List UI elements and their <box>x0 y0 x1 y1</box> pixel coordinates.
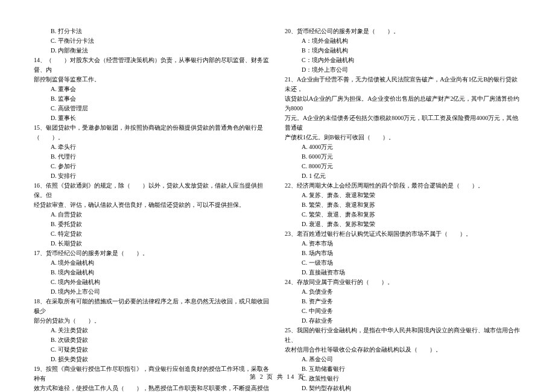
option: D. 董事长 <box>51 113 270 123</box>
stem-line: 22、经济周期大体上会经历周期性的四个阶段，最符合逻辑的是（ ）。 <box>285 181 521 191</box>
question-options: A. 关注类贷款B. 次级类贷款C. 可疑类贷款D. 损失类贷款 <box>34 326 270 364</box>
option: B：境内金融机构 <box>302 46 521 55</box>
stem-line: 15、银团贷款中，受邀参加银团，并按照协商确定的份额提供贷款的普通角色的银行是 <box>34 123 270 133</box>
option: D. 直接融资市场 <box>302 268 521 277</box>
option: D：境外上市公司 <box>302 65 521 75</box>
question-options: A. 自营贷款B. 委托贷款C. 特定贷款D. 长期贷款 <box>34 210 270 248</box>
question-stem: 20、货币经纪公司的服务对象是（ ）。 <box>285 27 521 36</box>
stem-line: 产债权1亿元。则B银行可收回（ ）。 <box>285 133 521 142</box>
option: C. 境内外金融机构 <box>51 277 270 287</box>
option: B. 次级类贷款 <box>51 335 270 345</box>
option: D. 长期贷款 <box>51 239 270 248</box>
option: D. 存款业务 <box>302 316 521 326</box>
option: D. 契约型存款机构 <box>302 384 521 392</box>
option: B. 监事会 <box>51 94 270 104</box>
option: C. 中间业务 <box>302 306 521 316</box>
option: C. 繁荣、衰退、萧条和复苏 <box>302 210 521 220</box>
stem-line: 农村信用合作社等吸收公众存款的金融机构以及（ ）。 <box>285 345 521 355</box>
question-options: A. 董事会B. 监事会C. 高级管理层D. 董事长 <box>34 84 270 123</box>
document-page: B. 打分卡法C. 平衡计分卡法D. 内部衡量法14、（ ）对股东大会（经营管理… <box>0 0 555 392</box>
stem-line: 部控制监督等监察工作。 <box>34 75 270 84</box>
option: B. 6000万元 <box>302 152 521 162</box>
stem-line: 24、存放同业属于商业银行的（ ）。 <box>285 277 521 287</box>
question-stem: 23、老百姓通过银行柜台认购凭证式长期国债的市场不属于（ ）。 <box>285 229 521 239</box>
question-stem: 14、（ ）对股东大会（经营管理决策机构）负责，从事银行内部的尽职监督、财务监督… <box>34 55 270 84</box>
option: A. 关注类贷款 <box>51 326 270 335</box>
question-stem: 16、依照《贷款通则》的规定，除（ ）以外，贷款人发放贷款，借款人应当提供担保。… <box>34 181 270 210</box>
question-options: B. 打分卡法C. 平衡计分卡法D. 内部衡量法 <box>34 27 270 55</box>
stem-line: 效方式和途径，使授信工作人员（ ），熟悉授信工作职责和尽职要求，不断提高授信工作 <box>34 384 270 392</box>
option: B. 打分卡法 <box>51 27 270 36</box>
option: A. 牵头行 <box>51 142 270 152</box>
option: A. 基金公司 <box>302 355 521 364</box>
question-options: A. 4000万元B. 6000万元C. 8000万元D. 1 亿元 <box>285 142 521 181</box>
stem-line: 16、依照《贷款通则》的规定，除（ ）以外，贷款人发放贷款，借款人应当提供担保。… <box>34 181 270 200</box>
stem-line: 部分的贷款为（ ）。 <box>34 316 270 326</box>
page-footer: 第 2 页 共 14 页 <box>0 373 555 381</box>
option: C. 平衡计分卡法 <box>51 36 270 46</box>
option: A. 4000万元 <box>302 142 521 152</box>
question-options: A：境外金融机构B：境内金融机构C：境内外金融机构D：境外上市公司 <box>285 36 521 75</box>
option: A. 自营贷款 <box>51 210 270 220</box>
option: A. 负债业务 <box>302 287 521 297</box>
question-stem: 15、银团贷款中，受邀参加银团，并按照协商确定的份额提供贷款的普通角色的银行是（… <box>34 123 270 142</box>
option: D. 安排行 <box>51 171 270 181</box>
question-stem: 25、我国的银行业金融机构，是指在中华人民共和国境内设立的商业银行、城市信用合作… <box>285 326 521 355</box>
stem-line: （ ）。 <box>34 133 270 142</box>
question-options: A. 负债业务B. 资产业务C. 中间业务D. 存款业务 <box>285 287 521 326</box>
two-column-layout: B. 打分卡法C. 平衡计分卡法D. 内部衡量法14、（ ）对股东大会（经营管理… <box>34 27 521 392</box>
option: C：境内外金融机构 <box>302 55 521 65</box>
question-options: A. 境外金融机构B. 境内金融机构C. 境内外金融机构D. 境内外上市公司 <box>34 258 270 297</box>
left-column: B. 打分卡法C. 平衡计分卡法D. 内部衡量法14、（ ）对股东大会（经营管理… <box>34 27 270 392</box>
option: B. 代理行 <box>51 152 270 162</box>
option: C. 一级市场 <box>302 258 521 268</box>
option: C. 高级管理层 <box>51 104 270 113</box>
option: A. 资本市场 <box>302 239 521 248</box>
stem-line: 该贷款以A企业的厂房为担保。A企业变价出售后的总破产财产2亿元，其中厂房清算价约… <box>285 94 521 113</box>
option: A. 境外金融机构 <box>51 258 270 268</box>
question-stem: 18、在采取所有可能的措施或一切必要的法律程序之后，本息仍然无法收回，或只能收回… <box>34 297 270 326</box>
option: B. 资产业务 <box>302 297 521 306</box>
option: D. 境内外上市公司 <box>51 287 270 297</box>
option: B. 委托贷款 <box>51 220 270 229</box>
option: D. 衰退、萧条、复苏和繁荣 <box>302 220 521 229</box>
stem-line: 25、我国的银行业金融机构，是指在中华人民共和国境内设立的商业银行、城市信用合作… <box>285 326 521 345</box>
question-stem: 21、A企业由于经营不善，无力偿债被人民法院宣告破产，A企业尚有1亿元B的银行贷… <box>285 75 521 142</box>
stem-line: 18、在采取所有可能的措施或一切必要的法律程序之后，本息仍然无法收回，或只能收回… <box>34 297 270 316</box>
option: B. 境内金融机构 <box>51 268 270 277</box>
stem-line: 17、货币经纪公司的服务对象是（ ）。 <box>34 248 270 258</box>
question-stem: 22、经济周期大体上会经历周期性的四个阶段，最符合逻辑的是（ ）。 <box>285 181 521 191</box>
option: A. 复苏、萧条、衰退和繁荣 <box>302 191 521 200</box>
option: C. 8000万元 <box>302 162 521 171</box>
question-stem: 24、存放同业属于商业银行的（ ）。 <box>285 277 521 287</box>
question-options: A. 复苏、萧条、衰退和繁荣B. 繁荣、萧条、衰退和复苏C. 繁荣、衰退、萧条和… <box>285 191 521 229</box>
question-options: A. 资本市场B. 场内市场C. 一级市场D. 直接融资市场 <box>285 239 521 277</box>
option: B. 繁荣、萧条、衰退和复苏 <box>302 200 521 210</box>
option: C. 参加行 <box>51 162 270 171</box>
option: D. 内部衡量法 <box>51 46 270 55</box>
option: C. 可疑类贷款 <box>51 345 270 355</box>
stem-line: 21、A企业由于经营不善，无力偿债被人民法院宣告破产，A企业尚有1亿元B的银行贷… <box>285 75 521 94</box>
question-options: A. 牵头行B. 代理行C. 参加行D. 安排行 <box>34 142 270 181</box>
stem-line: 经贷款审查、评估，确认借款人资信良好，确能偿还贷款的，可以不提供担保。 <box>34 200 270 210</box>
option: C. 特定贷款 <box>51 229 270 239</box>
stem-line: 23、老百姓通过银行柜台认购凭证式长期国债的市场不属于（ ）。 <box>285 229 521 239</box>
stem-line: 20、货币经纪公司的服务对象是（ ）。 <box>285 27 521 36</box>
question-stem: 17、货币经纪公司的服务对象是（ ）。 <box>34 248 270 258</box>
option: D. 损失类贷款 <box>51 355 270 364</box>
option: A：境外金融机构 <box>302 36 521 46</box>
right-column: 20、货币经纪公司的服务对象是（ ）。A：境外金融机构B：境内金融机构C：境内外… <box>285 27 521 392</box>
option: B. 场内市场 <box>302 248 521 258</box>
option: A. 董事会 <box>51 84 270 94</box>
option: D. 1 亿元 <box>302 171 521 181</box>
stem-line: 万元。A企业的未偿债务还包括欠缴税款8000万元，职工工资及保险费用4000万元… <box>285 113 521 133</box>
stem-line: 14、（ ）对股东大会（经营管理决策机构）负责，从事银行内部的尽职监督、财务监督… <box>34 55 270 75</box>
